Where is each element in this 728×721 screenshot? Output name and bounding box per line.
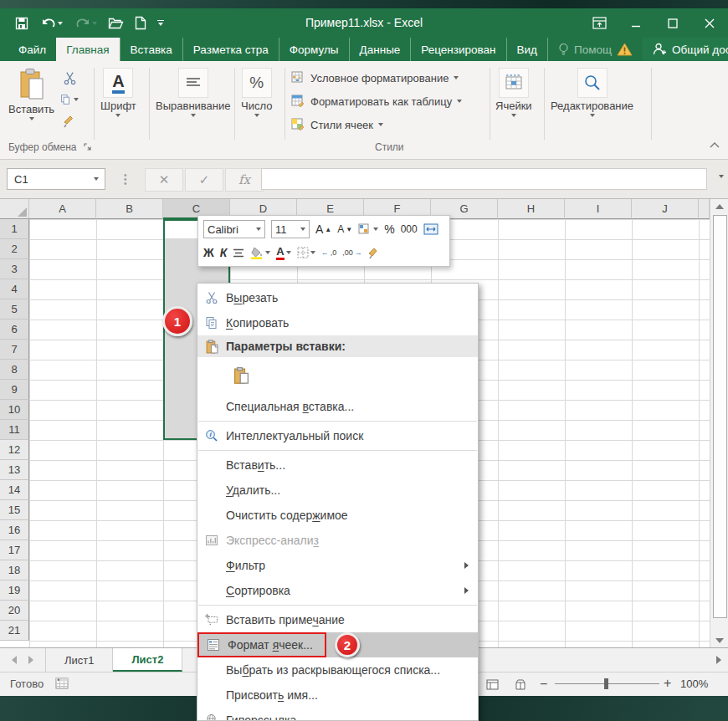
menu-item-paste-special[interactable]: Специальная вставка... bbox=[197, 394, 478, 419]
formula-bar-splitter[interactable]: ••• bbox=[124, 173, 127, 185]
bold-button[interactable]: Ж bbox=[203, 246, 214, 259]
copy-icon[interactable] bbox=[60, 91, 79, 108]
ribbon-tab-share[interactable]: Общий доступ bbox=[643, 38, 728, 61]
comma-style-button[interactable]: 000 bbox=[401, 223, 418, 235]
row-header-21[interactable]: 21 bbox=[0, 621, 29, 641]
customize-qat-icon[interactable] bbox=[157, 20, 164, 27]
expand-formula-bar-icon[interactable] bbox=[719, 175, 724, 178]
cell-styles-dropdown-icon[interactable] bbox=[378, 123, 383, 126]
number-group-button[interactable]: % Число bbox=[241, 68, 272, 117]
ribbon-tab-help[interactable]: Помощ bbox=[547, 38, 643, 61]
row-header-4[interactable]: 4 bbox=[0, 279, 29, 299]
ribbon-tab-review[interactable]: Рецензирован bbox=[410, 38, 505, 61]
close-icon[interactable] bbox=[691, 8, 728, 38]
zoom-in-icon[interactable]: + bbox=[664, 676, 671, 691]
previous-sheet-icon[interactable] bbox=[12, 656, 17, 664]
row-header-7[interactable]: 7 bbox=[0, 340, 29, 360]
row-header-11[interactable]: 11 bbox=[0, 420, 29, 440]
increase-decimal-icon[interactable]: ,00→ bbox=[342, 248, 362, 257]
ribbon-tab-home[interactable]: Главная bbox=[56, 38, 119, 61]
minimize-icon[interactable] bbox=[618, 8, 654, 38]
menu-item-cut[interactable]: Вырезать bbox=[197, 285, 478, 310]
menu-item-hyperlink[interactable]: Гиперссылка... bbox=[197, 708, 478, 721]
row-header-15[interactable]: 15 bbox=[0, 500, 29, 520]
menu-item-sort[interactable]: Сортировка bbox=[197, 578, 478, 603]
scroll-up-icon[interactable] bbox=[710, 199, 728, 213]
italic-button[interactable]: К bbox=[220, 246, 228, 259]
menu-item-define-name[interactable]: Присвоить имя... bbox=[197, 683, 478, 708]
font-dropdown-icon[interactable] bbox=[115, 114, 120, 117]
menu-item-insert-comment[interactable]: Вставить примечание bbox=[197, 607, 478, 632]
menu-item-copy[interactable]: Копировать bbox=[197, 310, 478, 335]
menu-item-smart-lookup[interactable]: iИнтеллектуальный поиск bbox=[197, 423, 478, 448]
menu-item-delete-cells[interactable]: Удалить... bbox=[197, 478, 478, 503]
row-header-13[interactable]: 13 bbox=[0, 460, 29, 480]
row-header-16[interactable]: 16 bbox=[0, 520, 29, 540]
horizontal-scroll-right[interactable] bbox=[716, 648, 728, 672]
select-all-button[interactable] bbox=[0, 199, 29, 219]
font-name-combo[interactable]: Calibri bbox=[203, 220, 265, 238]
cell-styles-button[interactable]: Стили ячеек bbox=[291, 118, 383, 131]
number-dropdown-icon[interactable] bbox=[254, 114, 259, 117]
normal-view-icon[interactable] bbox=[482, 677, 502, 693]
column-header-I[interactable]: I bbox=[565, 199, 632, 219]
borders-button[interactable] bbox=[297, 247, 315, 258]
cancel-entry-icon[interactable]: ✕ bbox=[145, 168, 183, 192]
paste-dropdown-icon[interactable] bbox=[29, 117, 34, 120]
format-as-table-dropdown-icon[interactable] bbox=[457, 100, 462, 103]
editing-group-button[interactable]: Редактирование bbox=[551, 68, 633, 117]
menu-item-filter[interactable]: Фильтр bbox=[197, 553, 478, 578]
undo-dropdown-icon[interactable] bbox=[58, 22, 63, 25]
maximize-icon[interactable] bbox=[654, 8, 691, 38]
fill-color-button[interactable] bbox=[250, 247, 270, 259]
undo-icon[interactable] bbox=[39, 17, 63, 30]
menu-item-pick-from-list[interactable]: Выбрать из раскрывающегося списка... bbox=[197, 657, 478, 683]
ribbon-tab-insert[interactable]: Вставка bbox=[120, 38, 182, 61]
page-layout-view-icon[interactable] bbox=[510, 677, 531, 693]
ribbon-display-options-icon[interactable] bbox=[581, 8, 618, 38]
ribbon-tab-file[interactable]: Файл bbox=[8, 38, 56, 61]
font-color-button[interactable]: А bbox=[276, 245, 290, 260]
save-icon[interactable] bbox=[15, 17, 28, 30]
vertical-scrollbar[interactable] bbox=[710, 199, 728, 647]
column-header-H[interactable]: H bbox=[498, 199, 565, 219]
menu-item-clear-contents[interactable]: Очистить содержимое bbox=[197, 503, 478, 528]
insert-function-icon[interactable]: fx bbox=[225, 168, 264, 192]
center-align-icon[interactable] bbox=[233, 248, 244, 258]
column-header-J[interactable]: J bbox=[632, 199, 699, 219]
cells-group-button[interactable]: Ячейки bbox=[495, 68, 532, 117]
confirm-entry-icon[interactable]: ✓ bbox=[185, 168, 223, 192]
row-header-14[interactable]: 14 bbox=[0, 480, 29, 500]
menu-item-paste-option-keep-source[interactable] bbox=[226, 362, 256, 389]
zoom-level[interactable]: 100% bbox=[680, 678, 708, 690]
conditional-formatting-dropdown-icon[interactable] bbox=[454, 76, 459, 79]
column-header-A[interactable]: A bbox=[29, 199, 96, 219]
ribbon-tab-data[interactable]: Данные bbox=[349, 38, 411, 61]
name-box[interactable]: C1 bbox=[7, 168, 105, 190]
ribbon-tab-page-layout[interactable]: Разметка стра bbox=[182, 38, 279, 61]
font-group-button[interactable]: A Шрифт bbox=[100, 68, 136, 117]
row-header-20[interactable]: 20 bbox=[0, 601, 29, 621]
macro-record-icon[interactable] bbox=[55, 678, 69, 689]
row-header-17[interactable]: 17 bbox=[0, 540, 29, 560]
merge-center-icon[interactable] bbox=[423, 223, 438, 235]
menu-item-paste-options-header[interactable]: Параметры вставки: bbox=[197, 335, 478, 357]
sheet-tab-sheet1[interactable]: Лист1 bbox=[46, 648, 113, 672]
conditional-formatting-button[interactable]: Условное форматирование bbox=[291, 71, 459, 84]
decrease-decimal-icon[interactable]: ←,0 bbox=[321, 248, 337, 257]
shrink-font-button[interactable]: А▼ bbox=[337, 223, 352, 235]
format-painter-icon[interactable] bbox=[60, 113, 79, 130]
ribbon-tab-formulas[interactable]: Формулы bbox=[279, 38, 349, 61]
row-header-8[interactable]: 8 bbox=[0, 360, 29, 380]
open-folder-icon[interactable] bbox=[108, 17, 124, 29]
ribbon-tab-view[interactable]: Вид bbox=[506, 38, 547, 61]
next-sheet-icon[interactable] bbox=[28, 656, 33, 664]
new-document-icon[interactable] bbox=[135, 16, 146, 30]
format-painter-mini-icon[interactable] bbox=[368, 248, 380, 258]
clipboard-dialog-launcher-icon[interactable] bbox=[84, 143, 93, 152]
alignment-group-button[interactable]: Выравнивание bbox=[156, 68, 230, 117]
editing-dropdown-icon[interactable] bbox=[590, 114, 595, 117]
copy-dropdown-icon[interactable] bbox=[74, 98, 79, 101]
sheet-tab-sheet2[interactable]: Лист2 bbox=[113, 648, 182, 672]
cut-icon[interactable] bbox=[60, 69, 79, 86]
